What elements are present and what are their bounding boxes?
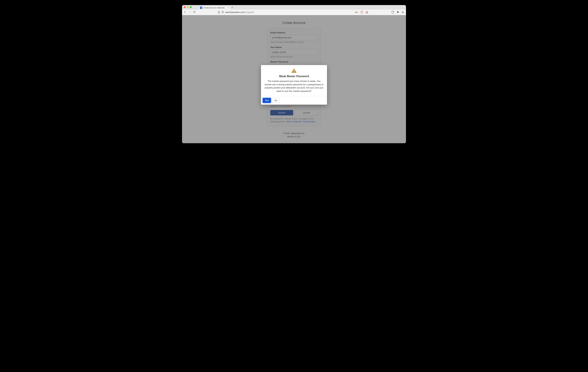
brave-shields-icon[interactable] [360, 11, 363, 14]
browser-toolbar: vault.bitwarden.com/#/register [182, 10, 406, 15]
modal-no-button[interactable]: No [272, 98, 280, 103]
tab-title: Create Account | Bitwarden Web [203, 7, 227, 9]
url-path: /#/register [245, 11, 254, 13]
reload-button[interactable] [193, 11, 196, 14]
modal-yes-button[interactable]: Yes [263, 98, 271, 103]
url-host: vault.bitwarden.com [225, 11, 245, 13]
tab-favicon-icon: U [200, 7, 202, 9]
address-bar[interactable]: vault.bitwarden.com/#/register [222, 11, 353, 14]
bookmark-button[interactable] [218, 11, 220, 13]
modal-title: Weak Master Password [264, 75, 324, 78]
titlebar: U Create Account | Bitwarden Web × + [182, 5, 406, 10]
forward-button [188, 11, 191, 14]
modal-text: The master password you have chosen is w… [264, 80, 324, 93]
url-text: vault.bitwarden.com/#/register [225, 11, 254, 13]
new-tab-button[interactable]: + [231, 6, 233, 9]
browser-window: U Create Account | Bitwarden Web × + vau… [182, 5, 406, 143]
warning-icon [264, 68, 324, 74]
back-button[interactable] [183, 11, 186, 14]
brave-rewards-icon[interactable] [366, 11, 368, 14]
extension-bitwarden-icon[interactable] [391, 11, 394, 14]
viewport: Create Account Email Address You'll use … [182, 15, 406, 143]
svg-rect-2 [294, 70, 294, 71]
weak-password-modal: Weak Master Password The master password… [261, 65, 327, 105]
extensions-icon[interactable] [397, 11, 399, 14]
toolbar-right [355, 11, 405, 14]
lock-icon [222, 11, 224, 14]
svg-rect-3 [294, 72, 294, 72]
menu-icon[interactable] [402, 11, 404, 13]
window-close-icon[interactable] [184, 6, 186, 8]
tab-close-icon[interactable]: × [228, 7, 229, 9]
key-icon[interactable] [355, 11, 358, 13]
window-controls [184, 6, 192, 8]
window-zoom-icon[interactable] [190, 6, 192, 8]
browser-tab[interactable]: U Create Account | Bitwarden Web × [198, 6, 230, 10]
window-minimize-icon[interactable] [187, 6, 189, 8]
svg-rect-0 [222, 12, 224, 13]
svg-point-1 [355, 12, 356, 13]
